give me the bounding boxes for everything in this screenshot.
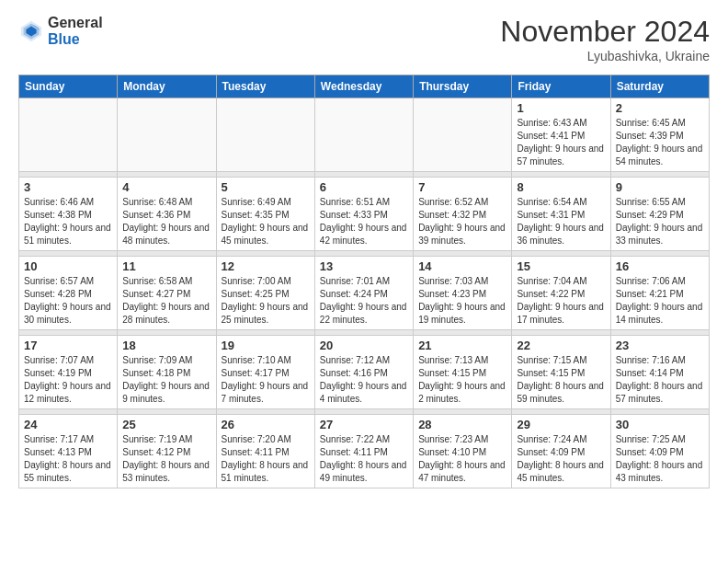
day-number: 26 (222, 418, 310, 431)
day-number: 17 (24, 339, 112, 352)
day-number: 25 (122, 418, 210, 431)
day-number: 20 (320, 339, 408, 352)
day-number: 8 (517, 180, 605, 194)
day-info: Sunrise: 7:13 AM Sunset: 4:15 PM Dayligh… (418, 354, 506, 406)
day-info: Sunrise: 7:12 AM Sunset: 4:16 PM Dayligh… (320, 354, 408, 406)
day-number: 18 (122, 339, 210, 352)
day-info: Sunrise: 7:15 AM Sunset: 4:15 PM Dayligh… (517, 354, 605, 406)
day-number: 23 (616, 339, 704, 352)
day-info: Sunrise: 7:22 AM Sunset: 4:11 PM Dayligh… (320, 433, 408, 485)
day-number: 28 (418, 418, 506, 431)
calendar-day: 25Sunrise: 7:19 AM Sunset: 4:12 PM Dayli… (118, 415, 216, 488)
day-number: 2 (616, 101, 704, 115)
calendar-day: 14Sunrise: 7:03 AM Sunset: 4:23 PM Dayli… (414, 257, 512, 330)
day-info: Sunrise: 7:01 AM Sunset: 4:24 PM Dayligh… (320, 275, 408, 327)
day-info: Sunrise: 6:49 AM Sunset: 4:35 PM Dayligh… (222, 196, 310, 247)
calendar-day: 1Sunrise: 6:43 AM Sunset: 4:41 PM Daylig… (512, 98, 610, 172)
day-number: 6 (320, 180, 408, 194)
calendar-day: 2Sunrise: 6:45 AM Sunset: 4:39 PM Daylig… (610, 98, 709, 172)
day-number: 24 (24, 418, 112, 431)
header-thursday: Thursday (414, 75, 512, 98)
calendar-week-row: 10Sunrise: 6:57 AM Sunset: 4:28 PM Dayli… (19, 257, 710, 330)
day-info: Sunrise: 6:45 AM Sunset: 4:39 PM Dayligh… (616, 117, 704, 168)
calendar-header-row: Sunday Monday Tuesday Wednesday Thursday… (19, 75, 710, 98)
calendar-day: 27Sunrise: 7:22 AM Sunset: 4:11 PM Dayli… (314, 415, 413, 488)
day-number: 11 (122, 259, 210, 273)
day-number: 5 (222, 180, 310, 194)
day-info: Sunrise: 7:19 AM Sunset: 4:12 PM Dayligh… (122, 433, 210, 485)
day-info: Sunrise: 7:03 AM Sunset: 4:23 PM Dayligh… (418, 275, 506, 327)
page-container: General Blue November 2024 Lyubashivka, … (0, 0, 728, 498)
logo-text: General Blue (48, 15, 103, 48)
day-number: 19 (222, 339, 310, 352)
calendar-day: 13Sunrise: 7:01 AM Sunset: 4:24 PM Dayli… (314, 257, 413, 330)
day-info: Sunrise: 6:55 AM Sunset: 4:29 PM Dayligh… (616, 196, 704, 247)
day-info: Sunrise: 7:09 AM Sunset: 4:18 PM Dayligh… (122, 354, 210, 406)
logo-general: General (48, 15, 103, 30)
calendar-day: 26Sunrise: 7:20 AM Sunset: 4:11 PM Dayli… (216, 415, 314, 488)
day-number: 14 (418, 259, 506, 273)
calendar-day: 9Sunrise: 6:55 AM Sunset: 4:29 PM Daylig… (610, 178, 709, 251)
calendar-day: 29Sunrise: 7:24 AM Sunset: 4:09 PM Dayli… (512, 415, 610, 488)
calendar-day: 18Sunrise: 7:09 AM Sunset: 4:18 PM Dayli… (118, 336, 216, 409)
day-info: Sunrise: 7:10 AM Sunset: 4:17 PM Dayligh… (222, 354, 310, 406)
calendar-week-row: 24Sunrise: 7:17 AM Sunset: 4:13 PM Dayli… (19, 415, 710, 488)
day-info: Sunrise: 7:23 AM Sunset: 4:10 PM Dayligh… (418, 433, 506, 485)
day-number: 1 (517, 101, 605, 115)
calendar-day: 28Sunrise: 7:23 AM Sunset: 4:10 PM Dayli… (414, 415, 512, 488)
calendar-day: 17Sunrise: 7:07 AM Sunset: 4:19 PM Dayli… (19, 336, 118, 409)
month-title: November 2024 (500, 15, 710, 49)
day-number: 12 (222, 259, 310, 273)
day-info: Sunrise: 6:51 AM Sunset: 4:33 PM Dayligh… (320, 196, 408, 247)
logo: General Blue (18, 15, 103, 48)
title-section: November 2024 Lyubashivka, Ukraine (500, 15, 710, 63)
day-info: Sunrise: 6:48 AM Sunset: 4:36 PM Dayligh… (122, 196, 210, 247)
header-tuesday: Tuesday (216, 75, 314, 98)
calendar-day: 3Sunrise: 6:46 AM Sunset: 4:38 PM Daylig… (19, 178, 118, 251)
calendar-day: 21Sunrise: 7:13 AM Sunset: 4:15 PM Dayli… (414, 336, 512, 409)
calendar-day: 20Sunrise: 7:12 AM Sunset: 4:16 PM Dayli… (314, 336, 413, 409)
calendar-day: 11Sunrise: 6:58 AM Sunset: 4:27 PM Dayli… (118, 257, 216, 330)
day-number: 21 (418, 339, 506, 352)
calendar-day: 22Sunrise: 7:15 AM Sunset: 4:15 PM Dayli… (512, 336, 610, 409)
calendar-day (216, 98, 314, 172)
header-monday: Monday (118, 75, 216, 98)
day-number: 13 (320, 259, 408, 273)
calendar-day (19, 98, 118, 172)
day-number: 16 (616, 259, 704, 273)
header-saturday: Saturday (610, 75, 709, 98)
day-number: 29 (517, 418, 605, 431)
calendar-day: 16Sunrise: 7:06 AM Sunset: 4:21 PM Dayli… (610, 257, 709, 330)
calendar-day (118, 98, 216, 172)
calendar-day: 4Sunrise: 6:48 AM Sunset: 4:36 PM Daylig… (118, 178, 216, 251)
day-info: Sunrise: 7:16 AM Sunset: 4:14 PM Dayligh… (616, 354, 704, 406)
header-sunday: Sunday (19, 75, 118, 98)
day-info: Sunrise: 7:00 AM Sunset: 4:25 PM Dayligh… (222, 275, 310, 327)
day-info: Sunrise: 6:58 AM Sunset: 4:27 PM Dayligh… (122, 275, 210, 327)
day-number: 27 (320, 418, 408, 431)
calendar-day: 6Sunrise: 6:51 AM Sunset: 4:33 PM Daylig… (314, 178, 413, 251)
day-info: Sunrise: 7:07 AM Sunset: 4:19 PM Dayligh… (24, 354, 112, 406)
calendar-day: 30Sunrise: 7:25 AM Sunset: 4:09 PM Dayli… (610, 415, 709, 488)
day-info: Sunrise: 7:17 AM Sunset: 4:13 PM Dayligh… (24, 433, 112, 485)
header-friday: Friday (512, 75, 610, 98)
day-number: 7 (418, 180, 506, 194)
day-number: 30 (616, 418, 704, 431)
calendar-day: 12Sunrise: 7:00 AM Sunset: 4:25 PM Dayli… (216, 257, 314, 330)
calendar-day: 19Sunrise: 7:10 AM Sunset: 4:17 PM Dayli… (216, 336, 314, 409)
day-number: 10 (24, 259, 112, 273)
day-info: Sunrise: 6:52 AM Sunset: 4:32 PM Dayligh… (418, 196, 506, 247)
day-number: 15 (517, 259, 605, 273)
calendar-week-row: 3Sunrise: 6:46 AM Sunset: 4:38 PM Daylig… (19, 178, 710, 251)
day-number: 22 (517, 339, 605, 352)
logo-blue: Blue (48, 31, 103, 48)
calendar-day: 10Sunrise: 6:57 AM Sunset: 4:28 PM Dayli… (19, 257, 118, 330)
calendar-day: 23Sunrise: 7:16 AM Sunset: 4:14 PM Dayli… (610, 336, 709, 409)
logo-icon (18, 18, 44, 44)
calendar-week-row: 1Sunrise: 6:43 AM Sunset: 4:41 PM Daylig… (19, 98, 710, 172)
calendar-day: 8Sunrise: 6:54 AM Sunset: 4:31 PM Daylig… (512, 178, 610, 251)
day-number: 3 (24, 180, 112, 194)
day-info: Sunrise: 7:04 AM Sunset: 4:22 PM Dayligh… (517, 275, 605, 327)
day-info: Sunrise: 7:20 AM Sunset: 4:11 PM Dayligh… (222, 433, 310, 485)
calendar-table: Sunday Monday Tuesday Wednesday Thursday… (18, 75, 710, 488)
